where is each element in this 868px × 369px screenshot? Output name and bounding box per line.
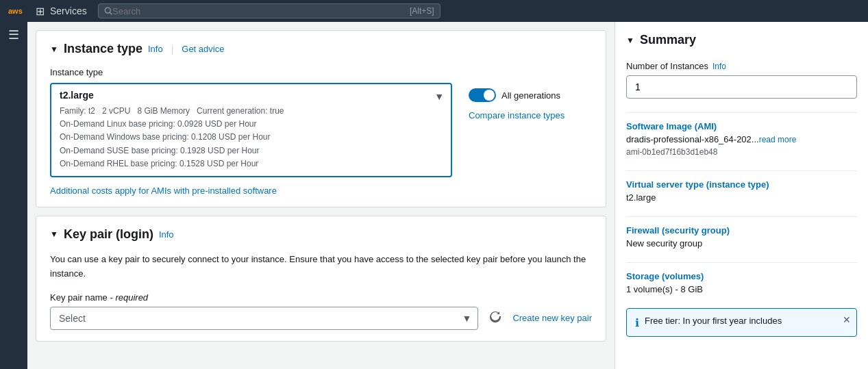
instance-type-title: Instance type (64, 42, 142, 56)
summary-instances-info-link[interactable]: Info (712, 62, 726, 71)
summary-divider-2 (626, 170, 857, 171)
additional-costs-link[interactable]: Additional costs apply for AMIs with pre… (50, 186, 592, 196)
summary-ami-value: dradis-professional-x86_64-202...read mo… (626, 134, 857, 144)
refresh-key-pairs-button[interactable] (486, 307, 504, 329)
summary-ami-text: dradis-professional-x86_64-202... (626, 134, 759, 144)
summary-ami-label[interactable]: Software Image (AMI) (626, 121, 857, 131)
key-pair-select-row: Select ▼ Create new key pair (50, 307, 592, 330)
search-hint: [Alt+S] (410, 6, 434, 16)
summary-title: Summary (640, 33, 696, 47)
key-pair-select[interactable]: Select (50, 307, 478, 330)
refresh-icon (489, 310, 501, 322)
summary-firewall-field: Firewall (security group) New security g… (626, 225, 857, 249)
compare-instance-types-link[interactable]: Compare instance types (469, 110, 565, 120)
key-pair-field-label: Key pair name - required (50, 292, 592, 303)
instance-type-info-link[interactable]: Info (148, 44, 163, 54)
number-of-instances-input[interactable] (626, 75, 857, 99)
summary-storage-label[interactable]: Storage (volumes) (626, 271, 857, 281)
search-bar[interactable]: [Alt+S] (98, 3, 441, 18)
svg-text:aws: aws (8, 7, 23, 15)
instance-type-collapse-icon[interactable]: ▼ (50, 44, 58, 54)
summary-header: ▼ Summary (626, 33, 857, 47)
instance-linux-pricing: On-Demand Linux base pricing: 0.0928 USD… (60, 119, 256, 129)
main-layout: ☰ ▼ Instance type Info | Get advice Inst… (0, 22, 868, 369)
summary-divider-4 (626, 262, 857, 263)
instance-family: Family: t2 (60, 106, 95, 116)
search-icon (104, 6, 112, 16)
instance-select-row: t2.large Family: t2 2 vCPU 8 GiB Memory … (50, 83, 592, 177)
search-input[interactable] (112, 6, 404, 16)
summary-instances-label-row: Number of Instances Info (626, 61, 857, 71)
instance-dropdown[interactable]: t2.large Family: t2 2 vCPU 8 GiB Memory … (50, 83, 452, 177)
all-generations-toggle-row: All generations (469, 88, 560, 102)
instance-dropdown-chevron: ▼ (434, 91, 444, 102)
summary-divider-3 (626, 216, 857, 217)
instance-type-field-label: Instance type (50, 67, 592, 77)
required-text: required (115, 292, 148, 303)
summary-storage-field: Storage (volumes) 1 volume(s) - 8 GiB (626, 271, 857, 294)
all-generations-col: All generations Compare instance types (469, 83, 592, 120)
summary-instances-field: Number of Instances Info (626, 61, 857, 99)
grid-icon[interactable]: ⊞ (36, 5, 45, 18)
key-pair-select-wrapper: Select ▼ (50, 307, 478, 330)
free-tier-text: Free tier: In your first year includes (645, 316, 848, 326)
aws-logo: aws (8, 4, 30, 18)
summary-instance-type-value: t2.large (626, 192, 857, 203)
summary-ami-read-more[interactable]: read more (759, 135, 797, 144)
sidebar: ☰ (0, 22, 27, 369)
instance-vcpu: 2 vCPU (102, 106, 130, 116)
sidebar-menu-icon[interactable]: ☰ (8, 27, 19, 42)
instance-rhel-pricing: On-Demand RHEL base pricing: 0.1528 USD … (60, 159, 258, 168)
summary-ami-id: ami-0b1ed7f16b3d1eb48 (626, 147, 857, 157)
all-generations-toggle[interactable] (469, 88, 496, 102)
instance-type-advice-link[interactable]: Get advice (182, 44, 224, 54)
summary-ami-field: Software Image (AMI) dradis-professional… (626, 121, 857, 157)
instance-windows-pricing: On-Demand Windows base pricing: 0.1208 U… (60, 132, 270, 142)
instance-suse-pricing: On-Demand SUSE base pricing: 0.1928 USD … (60, 146, 259, 155)
create-new-key-pair-link[interactable]: Create new key pair (512, 313, 592, 323)
instance-memory: 8 GiB Memory (137, 106, 190, 116)
free-tier-info-icon: ℹ (635, 316, 639, 329)
key-pair-section: ▼ Key pair (login) Info You can use a ke… (36, 216, 606, 342)
instance-type-section: ▼ Instance type Info | Get advice Instan… (36, 30, 606, 207)
summary-instance-type-field: Virtual server type (instance type) t2.l… (626, 179, 857, 203)
all-generations-label: All generations (501, 90, 560, 101)
summary-firewall-value: New security group (626, 238, 857, 249)
key-pair-collapse-icon[interactable]: ▼ (50, 229, 58, 239)
instance-type-selected-name: t2.large (60, 90, 423, 101)
key-pair-field-name: Key pair name (50, 292, 108, 303)
instance-generation: Current generation: true (197, 106, 284, 116)
summary-storage-value: 1 volume(s) - 8 GiB (626, 284, 857, 294)
summary-divider-1 (626, 112, 857, 113)
summary-instances-label: Number of Instances (626, 61, 708, 71)
free-tier-close-button[interactable]: ✕ (843, 314, 851, 325)
instance-type-header: ▼ Instance type Info | Get advice (50, 42, 592, 56)
instance-type-details: Family: t2 2 vCPU 8 GiB Memory Current g… (60, 105, 423, 170)
summary-collapse-icon[interactable]: ▼ (626, 36, 634, 45)
svg-point-1 (105, 8, 110, 13)
summary-instance-type-label[interactable]: Virtual server type (instance type) (626, 179, 857, 190)
summary-firewall-label[interactable]: Firewall (security group) (626, 225, 857, 236)
summary-panel: ▼ Summary Number of Instances Info Softw… (615, 22, 868, 369)
instance-dropdown-container: t2.large Family: t2 2 vCPU 8 GiB Memory … (50, 83, 452, 177)
free-tier-banner: ℹ Free tier: In your first year includes… (626, 308, 857, 337)
svg-line-2 (110, 12, 112, 14)
key-pair-description: You can use a key pair to securely conne… (50, 253, 592, 281)
key-pair-info-link[interactable]: Info (159, 229, 174, 240)
key-pair-header: ▼ Key pair (login) Info (50, 227, 592, 242)
section-divider: | (171, 44, 174, 55)
top-nav: aws ⊞ Services [Alt+S] (0, 0, 868, 22)
content-area: ▼ Instance type Info | Get advice Instan… (27, 22, 615, 369)
services-nav-label[interactable]: Services (50, 5, 87, 16)
key-pair-title: Key pair (login) (64, 227, 153, 242)
